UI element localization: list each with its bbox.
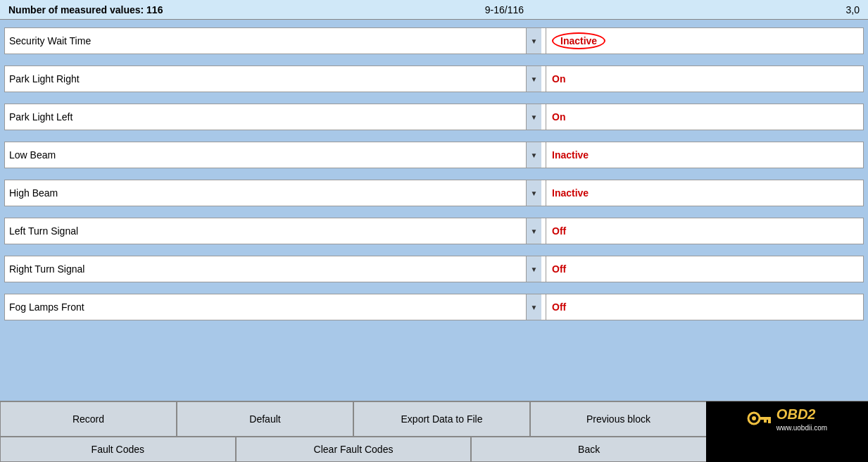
label-field-5: Left Turn Signal bbox=[4, 218, 546, 244]
default-button[interactable]: Default bbox=[177, 401, 353, 437]
previous-block-button[interactable]: Previous block bbox=[530, 401, 706, 437]
dropdown-btn-6[interactable] bbox=[526, 256, 541, 282]
label-text-4: High Beam bbox=[9, 187, 526, 199]
label-text-0: Security Wait Time bbox=[9, 35, 526, 46]
label-text-1: Park Light Right bbox=[9, 73, 526, 85]
header: Number of measured values: 116 9-16/116 … bbox=[0, 0, 868, 20]
dropdown-btn-0[interactable] bbox=[526, 28, 541, 54]
key-icon bbox=[747, 406, 772, 433]
main-buttons: RecordDefaultExport Data to FilePrevious… bbox=[0, 401, 706, 437]
value-field-7: Off bbox=[546, 294, 864, 320]
button-row-2: Fault CodesClear Fault CodesBack bbox=[0, 437, 868, 462]
svg-rect-4 bbox=[764, 420, 767, 423]
circled-value: Inactive bbox=[552, 32, 605, 49]
label-field-3: Low Beam bbox=[4, 142, 546, 168]
export-button[interactable]: Export Data to File bbox=[353, 401, 530, 437]
clear-fault-codes-button[interactable]: Clear Fault Codes bbox=[236, 437, 472, 462]
header-version: 3,0 bbox=[846, 4, 860, 15]
value-field-0: Inactive bbox=[546, 27, 864, 54]
label-field-6: Right Turn Signal bbox=[4, 256, 546, 282]
bottom-bar: RecordDefaultExport Data to FilePrevious… bbox=[0, 401, 868, 462]
header-title: Number of measured values: 116 bbox=[8, 4, 163, 15]
dropdown-btn-1[interactable] bbox=[526, 66, 541, 92]
dropdown-btn-7[interactable] bbox=[526, 294, 541, 320]
logo-text-group: OBD2 www.uobdii.com bbox=[776, 406, 827, 432]
button-row-1: RecordDefaultExport Data to FilePrevious… bbox=[0, 401, 868, 437]
label-field-4: High Beam bbox=[4, 180, 546, 206]
table-row: Park Light RightOn bbox=[4, 61, 864, 97]
dropdown-btn-2[interactable] bbox=[526, 104, 541, 130]
svg-rect-3 bbox=[768, 420, 771, 423]
label-field-7: Fog Lamps Front bbox=[4, 294, 546, 320]
dropdown-btn-4[interactable] bbox=[526, 180, 541, 206]
table-row: Security Wait TimeInactive bbox=[4, 23, 864, 59]
logo-container: OBD2 www.uobdii.com bbox=[747, 406, 827, 433]
table-row: Low BeamInactive bbox=[4, 137, 864, 173]
logo-text: OBD2 bbox=[776, 406, 827, 423]
value-field-4: Inactive bbox=[546, 180, 864, 206]
header-range: 9-16/116 bbox=[485, 4, 524, 15]
label-field-0: Security Wait Time bbox=[4, 27, 546, 54]
main-content: Security Wait TimeInactivePark Light Rig… bbox=[0, 20, 868, 401]
logo-url: www.uobdii.com bbox=[776, 424, 827, 432]
logo-area: OBD2 www.uobdii.com bbox=[706, 401, 868, 437]
value-field-5: Off bbox=[546, 218, 864, 244]
table-row: Left Turn SignalOff bbox=[4, 213, 864, 249]
value-field-2: On bbox=[546, 104, 864, 130]
label-text-2: Park Light Left bbox=[9, 111, 526, 123]
label-text-6: Right Turn Signal bbox=[9, 263, 526, 275]
fault-codes-button[interactable]: Fault Codes bbox=[0, 437, 236, 462]
table-row: Park Light LeftOn bbox=[4, 99, 864, 135]
label-field-2: Park Light Left bbox=[4, 104, 546, 130]
secondary-buttons: Fault CodesClear Fault CodesBack bbox=[0, 437, 706, 462]
dropdown-btn-3[interactable] bbox=[526, 142, 541, 168]
dropdown-btn-5[interactable] bbox=[526, 218, 541, 244]
table-row: Right Turn SignalOff bbox=[4, 251, 864, 287]
svg-rect-2 bbox=[760, 417, 771, 420]
back-button[interactable]: Back bbox=[471, 437, 706, 462]
label-field-1: Park Light Right bbox=[4, 65, 546, 92]
label-text-7: Fog Lamps Front bbox=[9, 301, 526, 313]
record-button[interactable]: Record bbox=[0, 401, 177, 437]
value-field-3: Inactive bbox=[546, 142, 864, 168]
table-row: Fog Lamps FrontOff bbox=[4, 289, 864, 325]
value-field-6: Off bbox=[546, 256, 864, 282]
label-text-5: Left Turn Signal bbox=[9, 225, 526, 237]
value-field-1: On bbox=[546, 65, 864, 92]
table-row: High BeamInactive bbox=[4, 175, 864, 211]
svg-point-1 bbox=[752, 416, 756, 420]
label-text-3: Low Beam bbox=[9, 149, 526, 161]
